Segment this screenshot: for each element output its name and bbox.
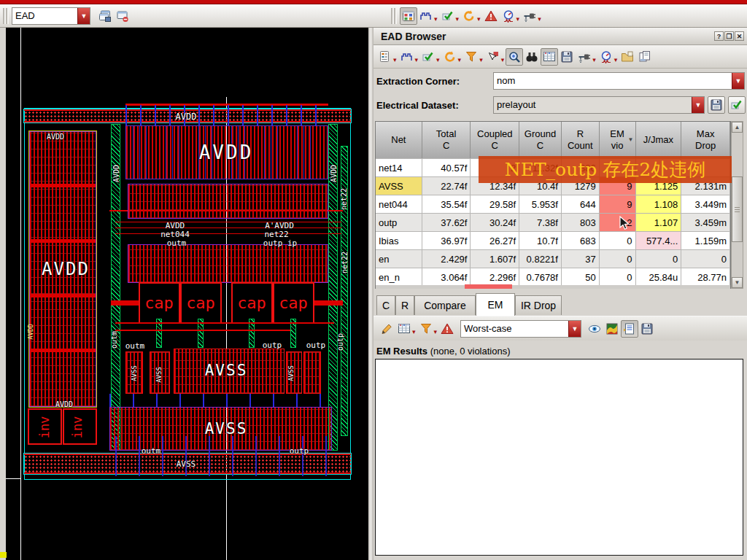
warning-icon[interactable] <box>482 7 500 25</box>
resistor-dropdown-arrow[interactable]: ▾ <box>415 56 419 63</box>
table-icon[interactable] <box>541 48 558 66</box>
toolbar-grip[interactable] <box>3 8 9 24</box>
cell-en-1[interactable]: 2.429f <box>422 249 471 268</box>
funnel-icon[interactable] <box>417 320 435 338</box>
electrical-dataset-dropdown[interactable]: ▼ <box>692 97 704 113</box>
table-row-Ibias[interactable]: Ibias36.97f26.27f10.7f6830577.4...1.159m <box>376 231 730 249</box>
resistor-icon[interactable] <box>417 7 435 25</box>
tab-c[interactable]: C <box>376 295 395 315</box>
cell-Ibias-7[interactable]: 1.159m <box>681 231 730 249</box>
zoom-icon[interactable] <box>506 48 523 66</box>
cell-net14-0[interactable]: net14 <box>376 158 422 176</box>
notes-icon[interactable] <box>636 48 654 66</box>
table-row-net044[interactable]: net04435.54f29.58f5.953f64491.1083.449m <box>376 195 730 213</box>
layers-grid-icon[interactable] <box>400 7 417 25</box>
folder-icon[interactable] <box>619 48 636 66</box>
table-vscrollbar[interactable]: ▲ ▼ <box>731 121 743 289</box>
funnel-dropdown-arrow[interactable]: ▾ <box>434 328 438 335</box>
extraction-corner-combobox[interactable]: nom ▼ <box>493 72 745 90</box>
colormap-icon[interactable] <box>603 320 621 338</box>
table-header[interactable]: NetTotal CCoupled CGround CR CountEM vio… <box>376 122 730 158</box>
cell-net044-2[interactable]: 29.58f <box>471 195 519 213</box>
toolbar-grip-2[interactable] <box>391 8 397 24</box>
cell-AVSS-1[interactable]: 22.74f <box>422 176 471 195</box>
cell-Ibias-6[interactable]: 577.4... <box>636 231 682 249</box>
plug-icon[interactable] <box>576 48 593 66</box>
undo-dropdown-arrow[interactable]: ▾ <box>477 15 481 23</box>
table-row-en_n[interactable]: en_n3.064f2.296f0.7678f50025.84u28.77n <box>376 268 730 286</box>
cell-Ibias-4[interactable]: 683 <box>562 231 600 249</box>
cell-net044-6[interactable]: 1.108 <box>636 195 682 213</box>
em-mode-combobox[interactable]: Worst-case ▼ <box>460 320 581 338</box>
cell-outp-3[interactable]: 7.38f <box>519 213 562 231</box>
scroll-down-button[interactable]: ▼ <box>732 277 743 288</box>
help-button[interactable]: ? <box>714 31 724 41</box>
cell-net044-7[interactable]: 3.449m <box>681 195 730 213</box>
plug-dropdown-arrow[interactable]: ▾ <box>538 15 541 23</box>
cell-en_n-1[interactable]: 3.064f <box>422 268 471 286</box>
table-hscroll-track[interactable] <box>375 285 731 289</box>
column-header-net[interactable]: Net <box>376 122 422 158</box>
cell-outp-0[interactable]: outp <box>376 213 422 231</box>
cell-en-4[interactable]: 37 <box>562 249 600 268</box>
dataset-check-button[interactable] <box>728 96 746 114</box>
cell-net14-1[interactable]: 40.57f <box>422 158 471 176</box>
em-results-box[interactable] <box>375 359 743 556</box>
dataset-save-button[interactable] <box>708 96 725 114</box>
cell-en_n-2[interactable]: 2.296f <box>471 268 519 286</box>
scroll-thumb[interactable] <box>732 176 743 242</box>
restore-button[interactable]: ❐ <box>724 31 734 41</box>
cell-Ibias-0[interactable]: Ibias <box>376 231 422 249</box>
cell-en_n-6[interactable]: 25.84u <box>636 268 682 286</box>
table-row-en[interactable]: en2.429f1.607f0.8221f37000 <box>376 249 730 268</box>
panel-splitter[interactable] <box>368 28 374 560</box>
column-header-max-drop[interactable]: Max Drop <box>681 122 730 158</box>
gauge-icon[interactable] <box>500 7 517 25</box>
table-icon[interactable] <box>395 320 413 338</box>
floppy-icon[interactable] <box>638 320 656 338</box>
electrical-dataset-combobox[interactable]: prelayout ▼ <box>493 96 705 114</box>
tab-ir-drop[interactable]: IR Drop <box>515 295 562 315</box>
cell-en_n-4[interactable]: 50 <box>562 268 600 286</box>
check-dropdown-arrow[interactable]: ▾ <box>436 56 440 63</box>
cell-net044-3[interactable]: 5.953f <box>519 195 562 213</box>
cell-outp-7[interactable]: 3.459m <box>681 213 730 231</box>
tab-em[interactable]: EM <box>476 293 515 316</box>
cell-Ibias-2[interactable]: 26.27f <box>471 231 519 249</box>
cell-en-0[interactable]: en <box>376 249 422 268</box>
scroll-up-button[interactable]: ▲ <box>732 122 743 133</box>
column-header-coupled-c[interactable]: Coupled C <box>471 122 519 158</box>
display-toggle-icon[interactable] <box>114 7 131 25</box>
combo-dropdown-button[interactable]: ▼ <box>77 8 90 24</box>
cell-Ibias-3[interactable]: 10.7f <box>519 231 562 249</box>
tab-compare[interactable]: Compare <box>414 295 476 315</box>
gauge-dropdown-arrow[interactable]: ▾ <box>614 56 618 63</box>
cell-en-5[interactable]: 0 <box>600 249 636 268</box>
eye-icon[interactable] <box>586 320 603 338</box>
cell-net044-5[interactable]: 9 <box>600 195 636 213</box>
sort-indicator[interactable]: ▼ <box>628 136 634 144</box>
column-header-em-vio[interactable]: EM vio▼ <box>600 122 636 158</box>
column-header-j/jmax[interactable]: J/Jmax <box>636 122 682 158</box>
cell-en_n-3[interactable]: 0.7678f <box>519 268 562 286</box>
layout-canvas[interactable]: AVDDAVDDAVDDAVDDAVDDnet22net22AVDDAVDDAV… <box>6 28 370 560</box>
check-dropdown-arrow[interactable]: ▾ <box>456 15 460 23</box>
cell-outp-4[interactable]: 803 <box>562 213 600 231</box>
cell-Ibias-1[interactable]: 36.97f <box>422 231 471 249</box>
cell-Ibias-5[interactable]: 0 <box>600 231 636 249</box>
cell-net044-4[interactable]: 644 <box>562 195 600 213</box>
cascade-windows-icon[interactable] <box>96 7 114 25</box>
cell-en-6[interactable]: 0 <box>636 249 682 268</box>
warning-icon[interactable] <box>438 320 456 338</box>
net-tool-combobox[interactable]: EAD ▼ <box>12 7 90 25</box>
resistor-icon[interactable] <box>398 48 416 66</box>
cell-en-2[interactable]: 1.607f <box>471 249 519 268</box>
em-mode-dropdown[interactable]: ▼ <box>568 321 581 337</box>
tab-r[interactable]: R <box>395 295 414 315</box>
probe-dropdown-arrow[interactable]: ▾ <box>501 56 505 63</box>
probe-icon[interactable] <box>484 48 502 66</box>
cell-en-7[interactable]: 0 <box>681 249 730 268</box>
table-dropdown-arrow[interactable]: ▾ <box>412 328 416 335</box>
report-icon[interactable] <box>621 320 638 338</box>
column-header-ground-c[interactable]: Ground C <box>519 122 562 158</box>
